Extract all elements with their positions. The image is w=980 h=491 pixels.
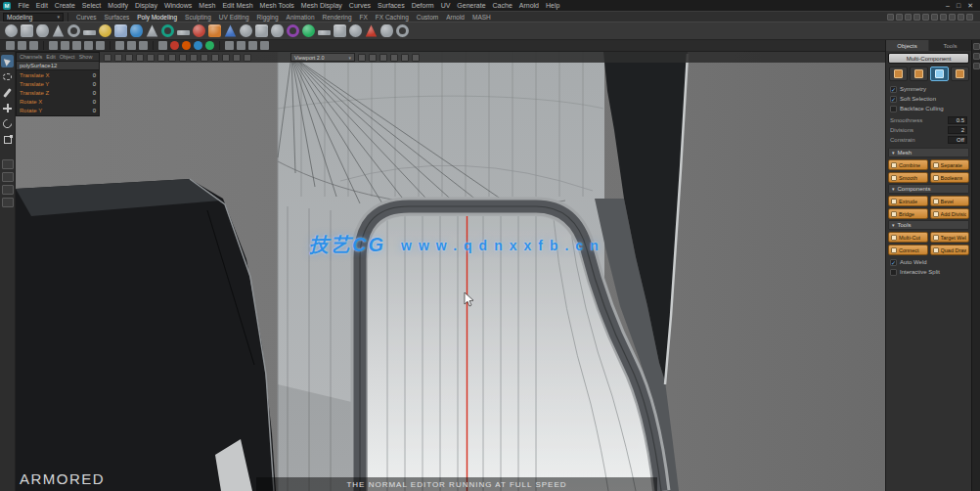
menu-edit[interactable]: Edit xyxy=(32,0,51,11)
extrude-button[interactable]: Extrude xyxy=(888,196,928,206)
panel-tab-objects[interactable]: Objects xyxy=(886,40,928,51)
option-symmetry[interactable]: ✓Symmetry xyxy=(888,84,969,94)
make-live-icon[interactable] xyxy=(922,14,929,21)
menu-windows[interactable]: Windows xyxy=(160,0,195,11)
shelf-tab-custom[interactable]: Custom xyxy=(413,12,442,22)
select-tool[interactable] xyxy=(1,55,14,67)
lock-camera-icon[interactable] xyxy=(114,54,122,62)
camera-attributes-icon[interactable] xyxy=(125,54,133,62)
menu-generate[interactable]: Generate xyxy=(454,0,489,11)
channel-value[interactable]: 0 xyxy=(93,81,96,87)
channel-value[interactable]: 0 xyxy=(93,72,96,78)
measure-tool-icon[interactable] xyxy=(260,41,269,50)
polygon-cone-icon[interactable] xyxy=(52,24,65,37)
bevel-plus-icon[interactable] xyxy=(224,24,237,37)
soccer-ball-icon[interactable] xyxy=(302,24,315,37)
paint-effects-icon[interactable] xyxy=(225,41,234,50)
hypershade-layout-icon[interactable] xyxy=(2,198,14,207)
option-backface-culling[interactable]: Backface Culling xyxy=(888,104,969,113)
input-connections-icon[interactable] xyxy=(115,41,124,50)
menu-curves[interactable]: Curves xyxy=(345,0,374,11)
shelf-tab-fx[interactable]: FX xyxy=(356,12,372,22)
menu-create[interactable]: Create xyxy=(51,0,78,11)
scale-tool[interactable] xyxy=(1,133,14,146)
option-auto-weld[interactable]: ✓Auto Weld xyxy=(888,257,969,267)
connect-button[interactable]: Connect xyxy=(888,245,928,255)
shelf-tab-arnold[interactable]: Arnold xyxy=(442,12,468,22)
checkbox[interactable]: ✓ xyxy=(890,259,897,266)
rotate-tool[interactable] xyxy=(1,117,14,130)
persp-outliner-layout-icon[interactable] xyxy=(2,185,14,195)
construction-icon[interactable] xyxy=(940,14,947,21)
pipe-icon[interactable] xyxy=(255,24,268,37)
nurbs-cylinder-icon[interactable] xyxy=(130,24,143,37)
renderer-dropdown[interactable]: Viewport 2.0 ▾ xyxy=(290,53,355,62)
menu-cache[interactable]: Cache xyxy=(489,0,515,11)
anti-aliasing-icon[interactable] xyxy=(412,54,420,62)
section-header-components[interactable]: ▾Components xyxy=(888,184,969,194)
render-icon[interactable] xyxy=(949,14,956,21)
shelf-tab-fx-caching[interactable]: FX Caching xyxy=(372,12,413,22)
shelf-tab-curves[interactable]: Curves xyxy=(72,12,101,22)
bookmarks-icon[interactable] xyxy=(136,54,144,62)
safe-action-icon[interactable] xyxy=(211,54,219,62)
object-mode-button[interactable] xyxy=(889,67,908,81)
menu-arnold[interactable]: Arnold xyxy=(515,0,542,11)
menu-modify[interactable]: Modify xyxy=(105,0,132,11)
bridge-button[interactable]: Bridge xyxy=(888,208,928,219)
nurbs-sphere-icon[interactable] xyxy=(99,24,111,37)
option-soft-selection[interactable]: ✓Soft Selection xyxy=(888,94,969,104)
separate-button[interactable]: Separate xyxy=(930,159,970,170)
menu-uv[interactable]: UV xyxy=(437,0,454,11)
checkbox[interactable] xyxy=(890,269,897,276)
image-plane-icon[interactable] xyxy=(147,54,155,62)
resolution-gate-icon[interactable] xyxy=(190,54,198,62)
close-button[interactable]: ✕ xyxy=(967,0,973,11)
channel-row[interactable]: Rotate Y0 xyxy=(17,106,99,114)
channel-row[interactable]: Rotate X0 xyxy=(17,97,99,106)
maximize-button[interactable]: □ xyxy=(957,0,960,11)
field-value[interactable]: Off xyxy=(948,136,967,144)
channel-box-tab-icon[interactable] xyxy=(973,43,980,50)
vertex-mode-button[interactable] xyxy=(910,67,928,81)
text-tool-icon[interactable] xyxy=(208,24,221,37)
type-icon[interactable] xyxy=(318,30,331,35)
checkbox[interactable]: ✓ xyxy=(890,96,897,103)
snap-to-grid-icon[interactable] xyxy=(49,41,58,50)
curve-circle-icon[interactable] xyxy=(193,24,205,37)
select-by-object-icon[interactable] xyxy=(18,41,26,50)
construction-history-icon[interactable] xyxy=(139,41,148,50)
target-weld-button[interactable]: Target Weld xyxy=(930,232,970,243)
isolate-select-icon[interactable] xyxy=(168,54,176,62)
channel-row[interactable]: Translate Y0 xyxy=(17,79,99,88)
menu-surfaces[interactable]: Surfaces xyxy=(375,0,409,11)
snap-to-view-plane-icon[interactable] xyxy=(84,41,93,50)
menu-display[interactable]: Display xyxy=(131,0,160,11)
shelf-tab-poly-modeling[interactable]: Poly Modeling xyxy=(133,12,181,22)
history-icon[interactable] xyxy=(931,14,938,21)
soft-select-icon[interactable] xyxy=(248,41,257,50)
nurbs-plane-icon[interactable] xyxy=(177,30,190,35)
panel-tab-tools[interactable]: Tools xyxy=(929,40,971,51)
checkbox[interactable]: ✓ xyxy=(890,86,897,93)
menu-mesh-tools[interactable]: Mesh Tools xyxy=(256,0,297,11)
polygon-cylinder-icon[interactable] xyxy=(36,24,49,37)
gear-icon[interactable] xyxy=(287,24,299,37)
polygon-cube-icon[interactable] xyxy=(21,24,33,37)
channel-box-menu-object[interactable]: Object xyxy=(60,54,75,60)
add-divisions-button[interactable]: Add Divisions xyxy=(930,208,970,219)
quad-draw-button[interactable]: Quad Draw xyxy=(930,245,970,255)
super-shape-icon[interactable] xyxy=(349,24,362,37)
shelf-tab-rendering[interactable]: Rendering xyxy=(319,12,356,22)
lasso-tool[interactable] xyxy=(1,70,14,83)
snap-point-icon[interactable] xyxy=(905,14,912,21)
checkbox[interactable] xyxy=(890,106,897,112)
wireframe-icon[interactable] xyxy=(233,54,241,62)
shelf-tab-sculpting[interactable]: Sculpting xyxy=(181,12,215,22)
menu-select[interactable]: Select xyxy=(78,0,104,11)
symmetry-icon[interactable] xyxy=(237,41,245,50)
menu-mesh-display[interactable]: Mesh Display xyxy=(297,0,345,11)
field-value[interactable]: 0.5 xyxy=(948,116,967,124)
menu-edit-mesh[interactable]: Edit Mesh xyxy=(219,0,256,11)
svg-icon[interactable] xyxy=(334,24,346,37)
